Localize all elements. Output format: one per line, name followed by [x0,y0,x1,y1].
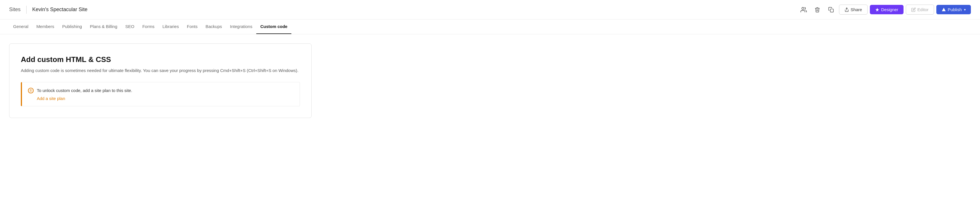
alert-message: To unlock custom code, add a site plan t… [37,88,132,93]
share-icon [845,8,849,12]
sites-link[interactable]: Sites [9,6,21,13]
svg-point-0 [802,7,803,9]
publish-icon [942,8,946,12]
editor-button[interactable]: Editor [906,5,934,14]
alert-box: To unlock custom code, add a site plan t… [21,82,300,106]
designer-label: Designer [881,7,898,12]
editor-label: Editor [918,7,929,12]
publish-label: Publish [948,7,962,12]
nav-tabs: General Members Publishing Plans & Billi… [0,19,980,34]
trash-icon [815,7,820,13]
header-actions: Share Designer Editor Publish ▾ [798,4,971,16]
users-icon-button[interactable] [798,4,809,16]
tab-publishing[interactable]: Publishing [58,19,86,34]
tab-seo[interactable]: SEO [121,19,138,34]
tab-backups[interactable]: Backups [202,19,226,34]
card-description: Adding custom code is sometimes needed f… [21,67,300,74]
alert-warning-icon [28,88,34,94]
tab-plans-billing[interactable]: Plans & Billing [86,19,121,34]
users-icon [800,6,807,13]
tab-general[interactable]: General [9,19,32,34]
card-title: Add custom HTML & CSS [21,55,300,64]
tab-fonts[interactable]: Fonts [183,19,202,34]
publish-chevron-icon: ▾ [964,8,966,12]
svg-rect-1 [830,9,833,12]
designer-button[interactable]: Designer [870,5,904,14]
main-content: Add custom HTML & CSS Adding custom code… [0,34,342,127]
trash-icon-button[interactable] [811,4,823,16]
header-divider [26,6,27,14]
tab-custom-code[interactable]: Custom code [256,19,291,34]
share-button[interactable]: Share [839,5,867,14]
publish-button[interactable]: Publish ▾ [936,5,971,14]
share-label: Share [851,7,862,12]
add-site-plan-link[interactable]: Add a site plan [37,96,294,101]
content-card: Add custom HTML & CSS Adding custom code… [9,43,312,118]
svg-point-7 [30,91,31,92]
tab-members[interactable]: Members [32,19,58,34]
header: Sites Kevin's Spectacular Site [0,0,980,19]
designer-icon [875,8,880,12]
duplicate-icon [828,7,834,13]
duplicate-icon-button[interactable] [825,4,837,16]
header-left: Sites Kevin's Spectacular Site [9,6,798,14]
editor-pencil-icon [911,8,916,12]
tab-forms[interactable]: Forms [138,19,159,34]
alert-row: To unlock custom code, add a site plan t… [28,88,294,94]
tab-integrations[interactable]: Integrations [226,19,256,34]
tab-libraries[interactable]: Libraries [158,19,183,34]
site-title: Kevin's Spectacular Site [32,6,88,13]
svg-marker-3 [942,8,945,11]
